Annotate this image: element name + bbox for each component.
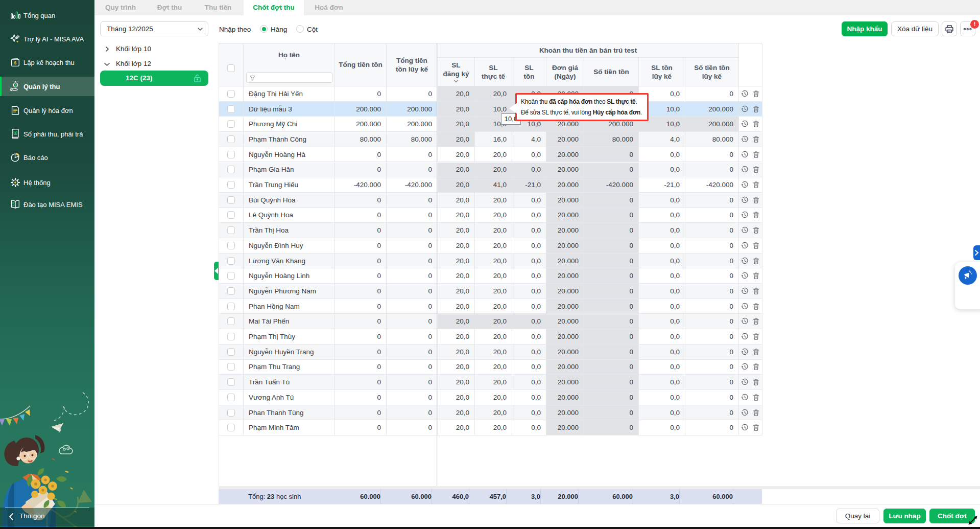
svg-text:$: $ — [14, 60, 17, 65]
svg-text:$: $ — [15, 131, 17, 134]
svg-text:$: $ — [14, 83, 17, 87]
